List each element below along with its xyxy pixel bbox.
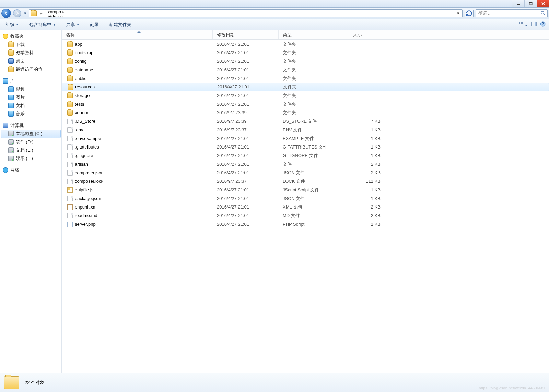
file-name: phpunit.xml bbox=[75, 204, 97, 210]
minimize-button[interactable] bbox=[512, 0, 524, 7]
file-date: 2016/4/27 21:01 bbox=[213, 222, 279, 227]
file-type: 文件夹 bbox=[279, 75, 349, 82]
file-row[interactable]: readme.md2016/4/27 21:01MD 文件2 KB bbox=[62, 211, 549, 220]
file-row[interactable]: tests2016/4/27 21:01文件夹 bbox=[62, 100, 549, 108]
file-type: XML 文档 bbox=[279, 204, 349, 210]
nav-back-button[interactable] bbox=[1, 9, 11, 18]
file-row[interactable]: .gitignore2016/4/27 21:01GITIGNORE 文件1 K… bbox=[62, 151, 549, 160]
file-row[interactable]: .env.example2016/4/27 21:01EXAMPLE 文件1 K… bbox=[62, 134, 549, 143]
file-row[interactable]: artisan2016/4/27 21:01文件2 KB bbox=[62, 160, 549, 168]
breadcrumb-root-chevron[interactable]: ▸ bbox=[37, 11, 45, 16]
sidebar-item-label: 娱乐 (F:) bbox=[16, 155, 33, 162]
sidebar-item-label: 软件 (D:) bbox=[16, 139, 33, 145]
folder-icon bbox=[67, 41, 73, 47]
column-type[interactable]: 类型 bbox=[279, 30, 349, 39]
breadcrumb-segment[interactable]: htdocs▸ bbox=[46, 14, 80, 17]
file-row[interactable]: .gitattributes2016/4/27 21:01GITATTRIBUT… bbox=[62, 143, 549, 151]
file-name: tests bbox=[75, 102, 84, 107]
file-name: artisan bbox=[75, 162, 88, 167]
file-size: 1 KB bbox=[349, 187, 390, 192]
preview-pane-button[interactable] bbox=[531, 21, 537, 28]
close-button[interactable] bbox=[537, 0, 549, 7]
sidebar-group[interactable]: 库 bbox=[1, 77, 61, 85]
search-input[interactable]: 搜索 ... bbox=[476, 9, 548, 17]
drive-icon bbox=[8, 156, 14, 161]
file-type: PHP Script bbox=[279, 222, 349, 227]
maximize-button[interactable] bbox=[524, 0, 537, 7]
sidebar-item[interactable]: 娱乐 (F:) bbox=[1, 154, 61, 163]
sidebar-item[interactable]: 文档 bbox=[1, 102, 61, 110]
file-row[interactable]: bootstrap2016/4/27 21:01文件夹 bbox=[62, 48, 549, 57]
sidebar-item[interactable]: 视频 bbox=[1, 85, 61, 93]
column-size[interactable]: 大小 bbox=[349, 30, 390, 39]
file-name: server.php bbox=[75, 222, 96, 227]
organize-menu[interactable]: 组织▼ bbox=[3, 21, 21, 29]
address-bar: ▾ ▸ 计算机▸本地磁盘 (C:)▸xampp▸htdocs▸PHPprimar… bbox=[0, 8, 549, 19]
burn-button[interactable]: 刻录 bbox=[88, 21, 101, 29]
file-size: 2 KB bbox=[349, 213, 390, 218]
chevron-right-icon: ▸ bbox=[61, 14, 65, 17]
file-name: package.json bbox=[75, 196, 101, 201]
sidebar-group[interactable]: 收藏夹 bbox=[1, 32, 61, 40]
refresh-button[interactable] bbox=[465, 10, 474, 17]
new-folder-button[interactable]: 新建文件夹 bbox=[107, 21, 133, 29]
file-row[interactable]: vendor2016/9/7 23:39文件夹 bbox=[62, 108, 549, 117]
file-row[interactable]: server.php2016/4/27 21:01PHP Script1 KB bbox=[62, 220, 549, 228]
file-date: 2016/4/27 21:01 bbox=[213, 187, 279, 192]
file-row[interactable]: resources2016/4/27 21:01文件夹 bbox=[62, 83, 549, 91]
column-name[interactable]: 名称 bbox=[62, 30, 213, 39]
file-date: 2016/9/7 23:37 bbox=[213, 127, 279, 132]
sidebar-group[interactable]: 网络 bbox=[1, 166, 61, 174]
file-row[interactable]: app2016/4/27 21:01文件夹 bbox=[62, 40, 549, 48]
include-in-library-menu[interactable]: 包含到库中▼ bbox=[27, 21, 58, 29]
file-name: config bbox=[75, 59, 87, 64]
nav-history-dropdown[interactable]: ▾ bbox=[23, 11, 27, 16]
folder-icon bbox=[8, 50, 14, 56]
file-row[interactable]: gulpfile.js2016/4/27 21:01JScript Script… bbox=[62, 186, 549, 194]
sidebar-item[interactable]: 桌面 bbox=[1, 57, 61, 65]
help-button[interactable]: ? bbox=[540, 21, 546, 28]
file-row[interactable]: .DS_Store2016/9/7 23:39DS_STORE 文件7 KB bbox=[62, 117, 549, 126]
sidebar-item[interactable]: 图片 bbox=[1, 93, 61, 102]
column-date[interactable]: 修改日期 bbox=[213, 30, 279, 39]
file-row[interactable]: .env2016/9/7 23:37ENV 文件1 KB bbox=[62, 126, 549, 134]
address-dropdown[interactable]: ▾ bbox=[455, 11, 461, 16]
file-row[interactable]: package.json2016/4/27 21:01JSON 文件1 KB bbox=[62, 194, 549, 203]
address-field[interactable]: ▸ 计算机▸本地磁盘 (C:)▸xampp▸htdocs▸PHPprimary▸… bbox=[29, 9, 463, 17]
file-date: 2016/4/27 21:01 bbox=[213, 170, 279, 175]
view-menu[interactable]: ▼ bbox=[518, 21, 528, 28]
breadcrumb-segment[interactable]: xampp▸ bbox=[46, 9, 80, 14]
sidebar-item[interactable]: 下载 bbox=[1, 40, 61, 49]
file-row[interactable]: database2016/4/27 21:01文件夹 bbox=[62, 66, 549, 74]
sidebar-item-label: 库 bbox=[10, 78, 15, 84]
file-icon bbox=[67, 213, 73, 218]
file-row[interactable]: composer.lock2016/9/7 23:37LOCK 文件111 KB bbox=[62, 177, 549, 186]
sidebar-item[interactable]: 文档 (E:) bbox=[1, 146, 61, 154]
file-list-header: 名称 修改日期 类型 大小 bbox=[62, 30, 549, 40]
folder-icon bbox=[67, 93, 73, 98]
file-row[interactable]: config2016/4/27 21:01文件夹 bbox=[62, 57, 549, 66]
toolbar: 组织▼ 包含到库中▼ 共享▼ 刻录 新建文件夹 ▼ ? bbox=[0, 19, 549, 30]
file-row[interactable]: composer.json2016/4/27 21:01JSON 文件2 KB bbox=[62, 168, 549, 177]
sidebar-group[interactable]: 计算机 bbox=[1, 121, 61, 130]
sidebar-item[interactable]: 本地磁盘 (C:) bbox=[1, 130, 61, 138]
file-row[interactable]: storage2016/4/27 21:01文件夹 bbox=[62, 91, 549, 100]
nav-forward-button[interactable] bbox=[13, 9, 21, 17]
status-text: 22 个对象 bbox=[25, 380, 44, 386]
title-bar bbox=[0, 0, 549, 8]
sidebar-item[interactable]: 软件 (D:) bbox=[1, 138, 61, 146]
file-type: EXAMPLE 文件 bbox=[279, 135, 349, 142]
file-row[interactable]: public2016/4/27 21:01文件夹 bbox=[62, 74, 549, 83]
sidebar-item[interactable]: 最近访问的位 bbox=[1, 65, 61, 73]
share-menu[interactable]: 共享▼ bbox=[64, 21, 82, 29]
svg-text:?: ? bbox=[541, 21, 544, 26]
drive-icon bbox=[8, 139, 14, 145]
sidebar-item[interactable]: 教学资料 bbox=[1, 49, 61, 57]
file-name: readme.md bbox=[75, 213, 97, 218]
sidebar-item[interactable]: 音乐 bbox=[1, 110, 61, 118]
file-size: 7 KB bbox=[349, 119, 390, 124]
file-date: 2016/4/27 21:01 bbox=[213, 41, 279, 47]
file-size: 1 KB bbox=[349, 153, 390, 158]
file-type: JSON 文件 bbox=[279, 170, 349, 176]
file-row[interactable]: phpunit.xml2016/4/27 21:01XML 文档2 KB bbox=[62, 203, 549, 211]
